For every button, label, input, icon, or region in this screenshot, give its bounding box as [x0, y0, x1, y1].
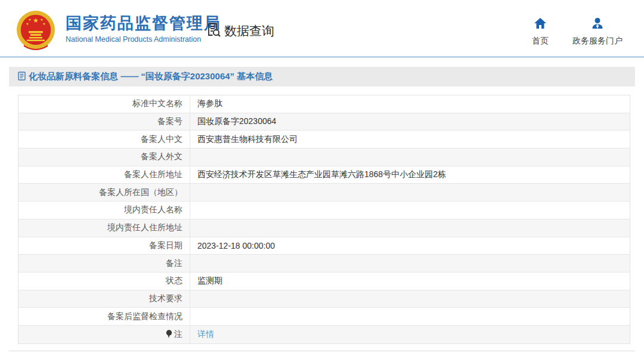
- row-value: [190, 219, 630, 237]
- row-label-text: 备案人所在国（地区）: [99, 187, 182, 198]
- row-value: [190, 202, 630, 219]
- row-value: [190, 308, 630, 325]
- brand-subtitle: National Medical Products Administration: [66, 35, 221, 44]
- nmpa-emblem-logo: ★ ★ ★ ★ ★: [14, 10, 57, 52]
- table-row: 备案号 国妆原备字20230064: [18, 113, 630, 131]
- svg-text:★: ★: [42, 22, 45, 26]
- row-label-text: 备案人外文: [141, 151, 182, 162]
- page-title-bar: 化妆品新原料备案信息 —— “国妆原备字20230064” 基本信息: [9, 67, 635, 86]
- row-label: 境内责任人名称: [18, 202, 190, 219]
- table-row: 境内责任人名称: [18, 202, 630, 219]
- table-row: 备案人所在国（地区）: [18, 184, 630, 202]
- data-query-section: 数据查询: [205, 21, 274, 40]
- row-label-text: 备案人住所地址: [124, 169, 182, 180]
- table-row: 备注: [18, 255, 630, 273]
- page-title: 化妆品新原料备案信息 —— “国妆原备字20230064” 基本信息: [18, 71, 273, 82]
- row-label-text: 备案后监督检查情况: [107, 311, 182, 322]
- row-label: 备案人所在国（地区）: [18, 184, 190, 201]
- row-label: 标准中文名称: [18, 95, 190, 113]
- brand-title: 国家药品监督管理局: [66, 15, 221, 33]
- row-value: [190, 184, 630, 201]
- detail-link[interactable]: 详情: [197, 329, 214, 340]
- row-label-text: 备注: [166, 258, 182, 269]
- table-row: 标准中文名称 海参肽: [18, 95, 630, 113]
- row-label: 备案人中文: [18, 131, 190, 148]
- row-label: 备案号: [18, 113, 190, 131]
- row-label: 境内责任人住所地址: [18, 219, 190, 237]
- info-table: 标准中文名称 海参肽 备案号 国妆原备字20230064 备案人中文: [18, 95, 630, 344]
- bottom-divider: [9, 351, 635, 351]
- row-label-text: 标准中文名称: [132, 98, 182, 109]
- table-row: 境内责任人住所地址: [18, 219, 630, 237]
- home-icon: [534, 17, 547, 32]
- page-title-text: 化妆品新原料备案信息 —— “国妆原备字20230064” 基本信息: [29, 71, 273, 82]
- row-value: 2023-12-18 00:00:00: [190, 237, 630, 255]
- nav-item-home[interactable]: 首页: [532, 17, 549, 47]
- row-label: 备案人住所地址: [18, 166, 190, 184]
- svg-text:★: ★: [26, 22, 29, 26]
- row-label: 备案日期: [18, 237, 190, 255]
- site-header: ★ ★ ★ ★ ★ 国家药品监督管理局 National Medical Pro…: [0, 0, 644, 58]
- nav-item-label: 首页: [532, 36, 549, 47]
- row-value: 详情: [190, 326, 630, 343]
- table-row: 备案人住所地址 西安经济技术开发区草滩生态产业园草滩六路1868号中小企业园2栋: [18, 166, 630, 184]
- table-row: 备案日期 2023-12-18 00:00:00: [18, 237, 630, 255]
- user-icon: [591, 17, 604, 32]
- svg-text:★: ★: [28, 18, 31, 21]
- row-label-text: 境内责任人名称: [124, 205, 182, 215]
- table-row: 备案后监督检查情况: [18, 308, 630, 326]
- row-value: [190, 290, 630, 308]
- row-value: 西安惠普生物科技有限公司: [190, 131, 630, 148]
- nav-item-gov-portal[interactable]: 政务服务门户: [572, 17, 623, 47]
- data-query-title: 数据查询: [224, 23, 274, 39]
- row-label: 备注: [18, 255, 190, 272]
- row-value: 海参肽: [190, 95, 630, 113]
- note-pin-icon: [166, 330, 172, 339]
- row-label: 状态: [18, 273, 190, 290]
- row-value: 监测期: [190, 273, 630, 290]
- row-label: 技术要求: [18, 290, 190, 308]
- row-label: 备案人外文: [18, 148, 190, 166]
- row-value: 西安经济技术开发区草滩生态产业园草滩六路1868号中小企业园2栋: [190, 166, 630, 184]
- svg-text:★: ★: [40, 18, 43, 21]
- nav-item-label: 政务服务门户: [572, 36, 623, 47]
- row-value: [190, 255, 630, 272]
- row-label-text: 境内责任人住所地址: [107, 222, 182, 233]
- brand-block: 国家药品监督管理局 National Medical Products Admi…: [66, 15, 221, 44]
- table-row: 注 详情: [18, 326, 630, 343]
- header-nav: 首页 政务服务门户: [532, 17, 623, 47]
- row-label: 备案后监督检查情况: [18, 308, 190, 325]
- table-row: 技术要求: [18, 290, 630, 308]
- row-label-text: 技术要求: [149, 293, 182, 304]
- row-label-text: 备案人中文: [141, 134, 182, 145]
- row-label-text: 备案号: [157, 116, 182, 127]
- svg-text:★: ★: [33, 17, 39, 24]
- row-label: 注: [18, 326, 190, 343]
- table-row: 备案人外文: [18, 148, 630, 166]
- table-row: 备案人中文 西安惠普生物科技有限公司: [18, 131, 630, 148]
- row-label-text: 状态: [166, 276, 182, 286]
- document-icon: [18, 72, 26, 82]
- row-label-text: 备案日期: [149, 240, 182, 251]
- row-value: [190, 148, 630, 166]
- row-label-text: 注: [174, 329, 182, 340]
- row-value: 国妆原备字20230064: [190, 113, 630, 131]
- table-row: 状态 监测期: [18, 273, 630, 290]
- document-search-icon: [205, 21, 221, 40]
